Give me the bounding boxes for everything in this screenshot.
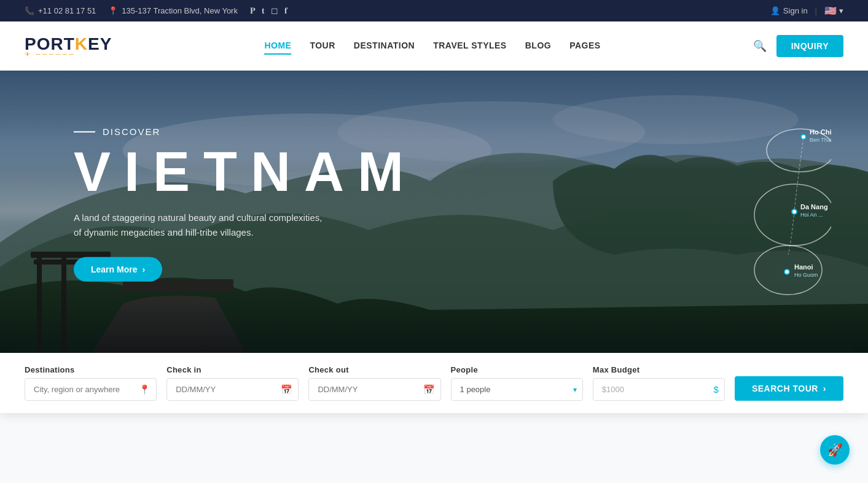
people-label: People	[451, 365, 583, 374]
hero-section: DISCOVER VIETNAM A land of staggering na…	[0, 71, 868, 353]
svg-point-12	[801, 134, 806, 139]
svg-text:Ho Chi Minh: Ho Chi Minh	[810, 128, 831, 136]
checkout-input-wrapper: 📅	[308, 378, 440, 401]
main-content	[0, 413, 868, 483]
address-text: 135-137 Traction Blvd, New York	[122, 6, 238, 15]
destinations-input[interactable]	[25, 378, 157, 401]
nav-pages[interactable]: PAGES	[569, 37, 600, 55]
divider: |	[815, 6, 817, 15]
phone-number: +11 02 81 17 51	[38, 6, 96, 15]
location-icon: 📍	[108, 6, 118, 15]
instagram-icon[interactable]: ◻	[271, 6, 278, 16]
svg-text:Ho Guom: Ho Guom	[794, 272, 818, 278]
budget-label: Max Budget	[593, 365, 725, 374]
learn-more-button[interactable]: Learn More ›	[74, 257, 162, 282]
svg-point-14	[784, 269, 789, 274]
checkin-label: Check in	[166, 365, 299, 374]
arrow-icon: ›	[142, 265, 145, 274]
header: PORTKEY ✈ ────── HOME TOUR DESTINATION T…	[0, 21, 868, 71]
phone-icon: 📞	[25, 6, 34, 15]
destinations-input-wrapper: 📍	[25, 378, 157, 401]
signin-link[interactable]: 👤 Sign in	[770, 6, 808, 15]
search-bar: Destinations 📍 Check in 📅 Check out 📅 Pe…	[0, 353, 868, 413]
flag-icon: 🇺🇸	[824, 5, 837, 17]
lang-chevron: ▾	[839, 6, 843, 15]
nav-tour[interactable]: TOUR	[310, 37, 335, 55]
twitter-icon[interactable]: 𝐭	[262, 6, 265, 16]
discover-line	[74, 131, 95, 132]
svg-text:Hoi An ...: Hoi An ...	[800, 212, 823, 218]
facebook-icon[interactable]: 𝐟	[284, 6, 287, 16]
top-bar: 📞 +11 02 81 17 51 📍 135-137 Traction Blv…	[0, 0, 868, 21]
map-svg: Ho Chi Minh Ben Thanh market Da Nang Hoi…	[708, 120, 831, 304]
hero-map: Ho Chi Minh Ben Thanh market Da Nang Hoi…	[708, 120, 831, 304]
people-field: People 1 people 2 people 3 people 4 peop…	[451, 365, 583, 401]
destinations-label: Destinations	[25, 365, 157, 374]
budget-input-wrapper: $	[593, 378, 725, 401]
checkin-input[interactable]	[166, 378, 299, 401]
hero-content: DISCOVER VIETNAM A land of staggering na…	[74, 126, 417, 282]
hero-title: VIETNAM	[74, 144, 417, 199]
top-bar-left: 📞 +11 02 81 17 51 📍 135-137 Traction Blv…	[25, 6, 287, 16]
destinations-field: Destinations 📍	[25, 365, 157, 401]
signin-text: Sign in	[783, 6, 808, 15]
social-icons: 𝐏 𝐭 ◻ 𝐟	[250, 6, 287, 16]
hero-subtitle: A land of staggering natural beauty and …	[74, 211, 332, 240]
floating-action-button[interactable]: 🚀	[820, 435, 850, 465]
inquiry-button[interactable]: INQUIRY	[776, 35, 843, 57]
svg-text:Hanoi: Hanoi	[794, 263, 813, 271]
search-tour-button[interactable]: SEARCH TOUR ›	[735, 376, 843, 401]
svg-point-13	[792, 209, 797, 214]
logo[interactable]: PORTKEY ✈ ──────	[25, 34, 112, 58]
svg-text:Ben Thanh market: Ben Thanh market	[810, 137, 831, 143]
nav-home[interactable]: HOME	[264, 37, 291, 55]
main-nav: HOME TOUR DESTINATION TRAVEL STYLES BLOG…	[264, 37, 600, 55]
budget-input[interactable]	[593, 378, 725, 401]
top-bar-right: 👤 Sign in | 🇺🇸 ▾	[770, 5, 843, 17]
checkout-field: Check out 📅	[308, 365, 440, 401]
nav-travel-styles[interactable]: TRAVEL STYLES	[433, 37, 507, 55]
budget-field: Max Budget $	[593, 365, 725, 401]
discover-text: DISCOVER	[103, 126, 160, 137]
rocket-icon: 🚀	[827, 442, 843, 457]
nav-blog[interactable]: BLOG	[525, 37, 551, 55]
address-info: 📍 135-137 Traction Blvd, New York	[108, 6, 238, 15]
people-select[interactable]: 1 people 2 people 3 people 4 people 5+ p…	[451, 378, 583, 401]
checkout-input[interactable]	[308, 378, 440, 401]
svg-text:Da Nang: Da Nang	[800, 203, 828, 211]
search-arrow-icon: ›	[823, 384, 826, 393]
header-right: 🔍 INQUIRY	[753, 35, 843, 57]
map-container: Ho Chi Minh Ben Thanh market Da Nang Hoi…	[708, 120, 831, 304]
nav-destination[interactable]: DESTINATION	[354, 37, 415, 55]
hero-discover-label: DISCOVER	[74, 126, 417, 137]
checkin-field: Check in 📅	[166, 365, 299, 401]
search-icon[interactable]: 🔍	[753, 39, 767, 53]
phone-info: 📞 +11 02 81 17 51	[25, 6, 96, 15]
user-icon: 👤	[770, 6, 780, 15]
checkin-input-wrapper: 📅	[166, 378, 299, 401]
pinterest-icon[interactable]: 𝐏	[250, 6, 256, 16]
checkout-label: Check out	[308, 365, 440, 374]
language-selector[interactable]: 🇺🇸 ▾	[824, 5, 843, 17]
people-input-wrapper: 1 people 2 people 3 people 4 people 5+ p…	[451, 378, 583, 401]
